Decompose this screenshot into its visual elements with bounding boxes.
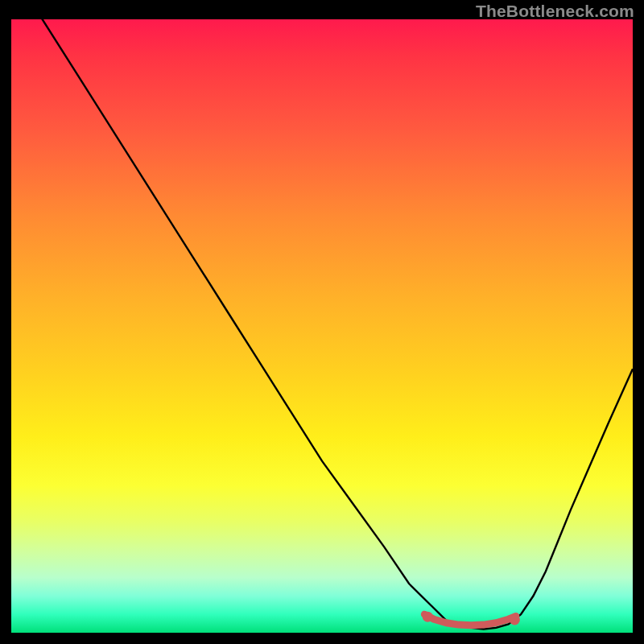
curve-line — [11, 19, 633, 629]
plot-area — [11, 19, 633, 633]
optimal-marker-start — [423, 612, 433, 622]
chart-frame: TheBottleneck.com — [0, 0, 644, 644]
bottleneck-curve — [11, 19, 633, 629]
watermark-text: TheBottleneck.com — [476, 2, 634, 21]
chart-svg — [11, 19, 633, 633]
optimal-range-segment — [424, 614, 515, 625]
optimal-marker-end — [510, 615, 520, 625]
